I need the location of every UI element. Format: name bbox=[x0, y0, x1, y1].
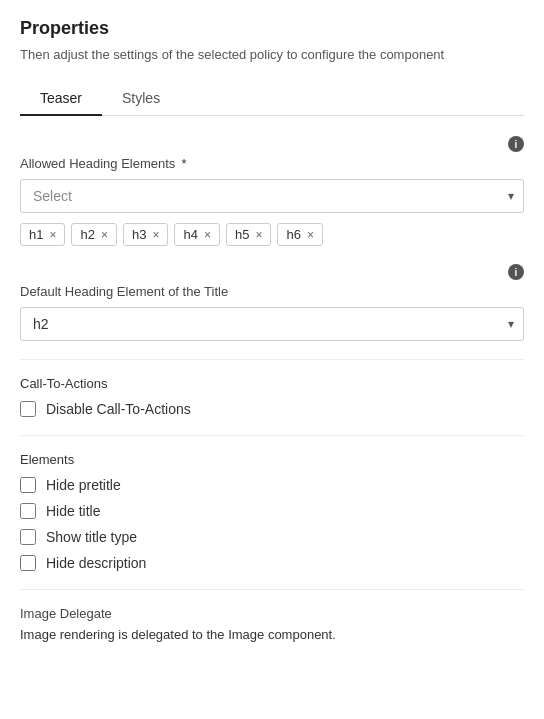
tag-h1-close-icon[interactable]: × bbox=[49, 229, 56, 241]
default-heading-select-wrapper: h2 ▾ bbox=[20, 307, 524, 341]
required-indicator: * bbox=[181, 156, 186, 171]
hide-pretitle-row: Hide pretitle bbox=[20, 477, 524, 493]
default-heading-info-icon[interactable]: i bbox=[508, 264, 524, 280]
tag-h2: h2 × bbox=[71, 223, 116, 246]
elements-section: Elements Hide pretitle Hide title Show t… bbox=[20, 452, 524, 571]
default-heading-label: Default Heading Element of the Title bbox=[20, 284, 524, 299]
allowed-heading-label: Allowed Heading Elements * bbox=[20, 156, 524, 171]
tag-h5: h5 × bbox=[226, 223, 271, 246]
tag-h4: h4 × bbox=[174, 223, 219, 246]
hide-description-label: Hide description bbox=[46, 555, 146, 571]
hide-pretitle-checkbox[interactable] bbox=[20, 477, 36, 493]
disable-cta-label: Disable Call-To-Actions bbox=[46, 401, 191, 417]
properties-panel: Properties Then adjust the settings of t… bbox=[0, 0, 544, 719]
tag-h6-close-icon[interactable]: × bbox=[307, 229, 314, 241]
tag-h1: h1 × bbox=[20, 223, 65, 246]
allowed-heading-info-row: i bbox=[20, 136, 524, 152]
hide-title-row: Hide title bbox=[20, 503, 524, 519]
divider-3 bbox=[20, 589, 524, 590]
hide-title-checkbox[interactable] bbox=[20, 503, 36, 519]
tabs-bar: Teaser Styles bbox=[20, 82, 524, 116]
image-delegate-title: Image Delegate bbox=[20, 606, 524, 621]
allowed-heading-select[interactable]: Select bbox=[20, 179, 524, 213]
default-heading-select[interactable]: h2 bbox=[20, 307, 524, 341]
allowed-heading-info-icon[interactable]: i bbox=[508, 136, 524, 152]
tag-h2-close-icon[interactable]: × bbox=[101, 229, 108, 241]
tag-h4-close-icon[interactable]: × bbox=[204, 229, 211, 241]
allowed-heading-select-wrapper: Select ▾ bbox=[20, 179, 524, 213]
elements-label: Elements bbox=[20, 452, 524, 467]
tab-teaser[interactable]: Teaser bbox=[20, 82, 102, 116]
tag-h3-close-icon[interactable]: × bbox=[152, 229, 159, 241]
show-title-type-label: Show title type bbox=[46, 529, 137, 545]
panel-subtitle: Then adjust the settings of the selected… bbox=[20, 47, 524, 62]
divider-2 bbox=[20, 435, 524, 436]
show-title-type-checkbox[interactable] bbox=[20, 529, 36, 545]
show-title-type-row: Show title type bbox=[20, 529, 524, 545]
hide-pretitle-label: Hide pretitle bbox=[46, 477, 121, 493]
tag-h6: h6 × bbox=[277, 223, 322, 246]
tag-h5-close-icon[interactable]: × bbox=[255, 229, 262, 241]
hide-description-checkbox[interactable] bbox=[20, 555, 36, 571]
disable-cta-checkbox[interactable] bbox=[20, 401, 36, 417]
panel-title: Properties bbox=[20, 18, 524, 39]
allowed-heading-tags: h1 × h2 × h3 × h4 × h5 × h6 × bbox=[20, 223, 524, 246]
tab-styles[interactable]: Styles bbox=[102, 82, 180, 116]
image-delegate-section: Image Delegate Image rendering is delega… bbox=[20, 606, 524, 642]
image-delegate-text: Image rendering is delegated to the Imag… bbox=[20, 627, 524, 642]
hide-description-row: Hide description bbox=[20, 555, 524, 571]
default-heading-info-row: i bbox=[20, 264, 524, 280]
call-to-actions-label: Call-To-Actions bbox=[20, 376, 524, 391]
allowed-heading-section: i Allowed Heading Elements * Select ▾ h1… bbox=[20, 136, 524, 246]
disable-cta-row: Disable Call-To-Actions bbox=[20, 401, 524, 417]
call-to-actions-section: Call-To-Actions Disable Call-To-Actions bbox=[20, 376, 524, 417]
divider-1 bbox=[20, 359, 524, 360]
tag-h3: h3 × bbox=[123, 223, 168, 246]
default-heading-section: i Default Heading Element of the Title h… bbox=[20, 264, 524, 341]
hide-title-label: Hide title bbox=[46, 503, 100, 519]
